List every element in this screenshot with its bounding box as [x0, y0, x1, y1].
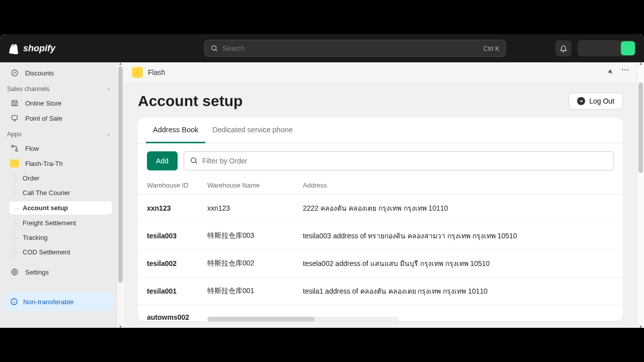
table-row[interactable]: autowms002: [138, 305, 623, 321]
scroll-up-icon: ▲: [117, 61, 124, 66]
svg-point-10: [622, 69, 623, 71]
horizontal-scrollbar[interactable]: [207, 317, 398, 321]
info-icon: [10, 298, 18, 306]
gear-icon: [10, 268, 19, 276]
shopify-icon: [8, 42, 20, 54]
scroll-up-icon: ▲: [637, 61, 644, 66]
pin-icon[interactable]: [607, 69, 614, 76]
tab-address-book[interactable]: Address Book: [146, 118, 205, 143]
sidebar-item-settings[interactable]: Settings: [3, 264, 114, 280]
page-title: Account setup: [138, 93, 243, 110]
svg-point-4: [12, 145, 14, 147]
scrollbar-thumb[interactable]: [118, 66, 123, 283]
svg-rect-3: [12, 116, 18, 120]
flash-app-icon: [10, 159, 19, 167]
sidebar: Discounts Sales channels › Online Store …: [0, 62, 117, 328]
table-row[interactable]: tesila001 特斯拉仓库001 tesila1 address of คล…: [138, 278, 623, 305]
warehouse-table: Warehouse ID Warehouse Name Address xxn1…: [138, 176, 623, 321]
table-row[interactable]: tesila002 特斯拉仓库002 tesela002 address of …: [138, 250, 623, 278]
sidebar-section-apps[interactable]: Apps ›: [0, 126, 117, 141]
more-icon[interactable]: [621, 69, 629, 71]
chevron-right-icon: ›: [108, 85, 110, 93]
scrollbar-thumb[interactable]: [638, 82, 643, 173]
scrollbar-thumb[interactable]: [207, 317, 314, 321]
sidebar-label: Settings: [25, 268, 49, 276]
sidebar-label: Point of Sale: [25, 115, 62, 122]
filter-input-wrap[interactable]: [184, 151, 614, 170]
svg-point-13: [191, 158, 196, 162]
account-menu[interactable]: [578, 40, 636, 56]
topbar: shopify Ctrl K: [0, 34, 644, 62]
sidebar-sub-call-courier[interactable]: Call The Courier: [15, 186, 117, 200]
sidebar-item-online-store[interactable]: Online Store: [3, 96, 114, 111]
sidebar-label: Flash-Tra-Th: [25, 160, 63, 167]
sidebar-sub-tracking[interactable]: Tracking: [15, 230, 117, 245]
discount-icon: [10, 69, 19, 77]
flow-icon: [10, 144, 19, 152]
main-scrollbar[interactable]: ▲ ▼: [637, 62, 644, 328]
address-book-card: Address Book Dedicated service phone Add: [138, 118, 623, 321]
svg-point-0: [212, 45, 216, 50]
sidebar-sub-account-setup[interactable]: Account setup: [9, 201, 113, 215]
svg-point-11: [624, 69, 626, 71]
table-row[interactable]: tesila003 特斯拉仓库003 tesila003 address of …: [138, 222, 623, 250]
pos-icon: [10, 114, 19, 122]
table-row[interactable]: xxn123 xxn123 2222 คลองตัน คลองเตย กรุงเ…: [138, 195, 623, 222]
search-input-wrap[interactable]: Ctrl K: [204, 40, 506, 57]
svg-point-5: [16, 149, 18, 151]
sidebar-scrollbar[interactable]: ▲ ▼: [117, 62, 124, 328]
sidebar-item-pos[interactable]: Point of Sale: [3, 111, 114, 126]
app-header: ⚡ Flash: [124, 62, 637, 83]
sidebar-sub-cod[interactable]: COD Settlement: [15, 245, 117, 259]
col-warehouse-name: Warehouse Name: [207, 182, 303, 189]
svg-point-12: [627, 69, 628, 71]
brand-name: shopify: [23, 43, 55, 54]
sidebar-sub-order[interactable]: Order: [15, 171, 117, 186]
logout-icon: ➜: [577, 97, 585, 105]
tab-dedicated-phone[interactable]: Dedicated service phone: [205, 118, 300, 143]
sidebar-label: Online Store: [25, 100, 61, 107]
filter-input[interactable]: [202, 157, 607, 165]
add-button[interactable]: Add: [147, 151, 178, 170]
search-kbd: Ctrl K: [484, 45, 500, 52]
col-address: Address: [303, 182, 614, 189]
sidebar-item-flow[interactable]: Flow: [3, 141, 114, 156]
chevron-right-icon: ›: [108, 131, 110, 138]
sidebar-label: Discounts: [25, 69, 54, 77]
bell-icon: [559, 44, 568, 52]
sidebar-section-sales[interactable]: Sales channels ›: [0, 80, 117, 96]
svg-point-6: [14, 271, 16, 273]
app-title: Flash: [148, 68, 165, 76]
sidebar-item-flash[interactable]: Flash-Tra-Th: [3, 156, 114, 171]
col-warehouse-id: Warehouse ID: [147, 182, 207, 189]
scroll-down-icon: ▼: [117, 324, 124, 328]
search-icon: [190, 157, 198, 165]
brand-logo[interactable]: shopify: [8, 42, 55, 54]
svg-line-14: [195, 162, 197, 163]
sidebar-label: Flow: [25, 145, 39, 152]
flash-app-badge: ⚡: [132, 67, 143, 78]
svg-line-1: [215, 49, 217, 51]
sidebar-item-discounts[interactable]: Discounts: [3, 65, 114, 80]
logout-button[interactable]: ➜ Log Out: [569, 93, 623, 110]
notifications-button[interactable]: [555, 40, 572, 56]
scroll-down-icon: ▼: [637, 324, 644, 328]
store-icon: [10, 99, 19, 107]
search-icon: [211, 45, 218, 52]
non-transferable-banner[interactable]: Non-transferable: [4, 293, 113, 311]
sidebar-sub-freight[interactable]: Freight Settlement: [15, 216, 117, 230]
avatar: [621, 41, 635, 55]
search-input[interactable]: [222, 44, 479, 52]
